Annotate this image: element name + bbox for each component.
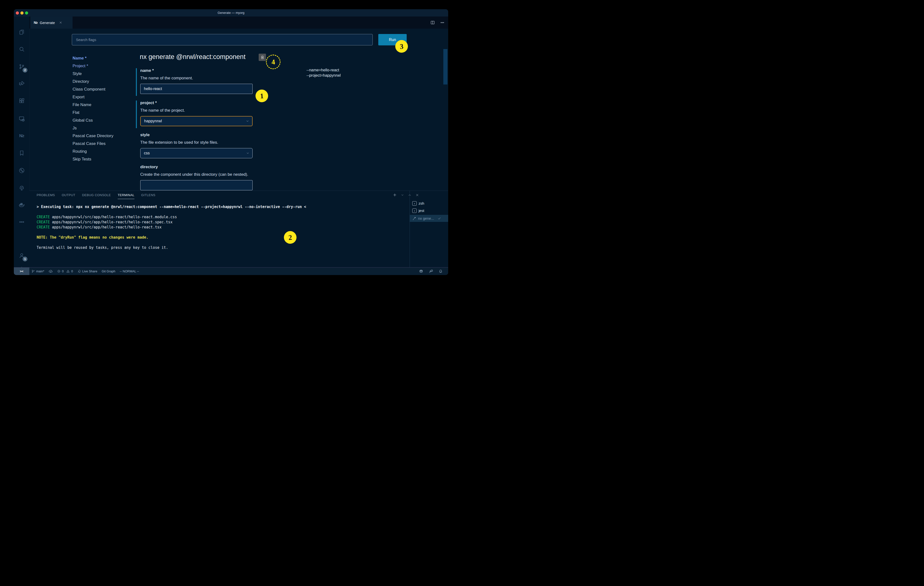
- field-label: directory: [140, 165, 257, 169]
- more-views-icon[interactable]: [14, 215, 30, 228]
- nx-tab-icon: N≥: [34, 21, 38, 25]
- nav-item-style[interactable]: Style: [73, 70, 133, 78]
- sync-cloud-icon[interactable]: [48, 269, 53, 273]
- field-group-name: name * The name of the component. hello-…: [136, 68, 257, 94]
- feedback-status-icon[interactable]: [429, 269, 433, 273]
- status-bar: >< main* 0 0 Live Share: [14, 267, 448, 275]
- window-title: Generate — myorg: [14, 11, 448, 15]
- terminal-note-line: NOTE: The "dryRun" flag means no changes…: [36, 235, 148, 240]
- cli-flags-preview: --name=hello-react --project=happynrwl: [307, 68, 341, 78]
- terminal-list-item-nx-generate[interactable]: nx gene...: [410, 215, 448, 222]
- nav-item-pascal-case-directory[interactable]: Pascal Case Directory: [73, 132, 133, 140]
- nav-item-export[interactable]: Export: [73, 93, 133, 101]
- nav-item-file-name[interactable]: File Name: [73, 101, 133, 109]
- docker-icon[interactable]: [14, 198, 30, 212]
- task-success-check-icon: [437, 217, 441, 220]
- git-branch-status[interactable]: main*: [31, 270, 44, 273]
- nav-item-skip-tests[interactable]: Skip Tests: [73, 156, 133, 163]
- bottom-panel: PROBLEMS OUTPUT DEBUG CONSOLE TERMINAL G…: [30, 190, 448, 268]
- extensions-icon[interactable]: [14, 94, 30, 108]
- account-badge: 1: [23, 257, 27, 262]
- panel-toolbar: [393, 193, 419, 197]
- nav-item-routing[interactable]: Routing: [73, 147, 133, 156]
- chevron-down-icon: [246, 151, 249, 155]
- field-modified-bar: [136, 68, 137, 96]
- style-select[interactable]: css: [140, 148, 252, 158]
- vscode-window: Generate — myorg 2 N≥: [14, 9, 448, 275]
- remote-explorer-icon[interactable]: [14, 112, 30, 125]
- nav-item-global-css[interactable]: Global Css: [73, 116, 133, 124]
- nav-item-flat[interactable]: Flat: [73, 109, 133, 116]
- run-debug-icon[interactable]: [14, 76, 30, 89]
- tab-gitlens[interactable]: GITLENS: [141, 193, 155, 199]
- field-group-directory: directory Create the component under thi…: [136, 165, 257, 190]
- field-label: name *: [140, 68, 257, 73]
- nav-item-js[interactable]: Js: [73, 124, 133, 132]
- nx-console-icon[interactable]: N≥: [14, 129, 30, 142]
- project-select[interactable]: happynrwl: [140, 116, 252, 126]
- nav-item-class-component[interactable]: Class Component: [73, 86, 133, 93]
- tab-label: Generate: [40, 21, 55, 25]
- terminal-list-item-zsh[interactable]: › zsh: [410, 200, 448, 207]
- field-description: The name of the project.: [140, 108, 257, 113]
- search-flags-input[interactable]: [72, 34, 373, 45]
- terminal-dropdown-icon[interactable]: [401, 194, 404, 197]
- field-group-project: project * The name of the project. happy…: [136, 101, 257, 126]
- new-terminal-icon[interactable]: [393, 193, 397, 197]
- tab-problems[interactable]: PROBLEMS: [36, 193, 55, 199]
- screen: Generate — myorg 2 N≥: [0, 0, 462, 293]
- tab-generate[interactable]: N≥ Generate: [30, 17, 73, 29]
- account-icon[interactable]: 1: [14, 249, 30, 262]
- terminal-icon: ›: [412, 209, 417, 213]
- editor-tab-strip: N≥ Generate: [30, 17, 448, 29]
- problems-status[interactable]: 0 0: [57, 270, 73, 273]
- search-icon[interactable]: [14, 43, 30, 56]
- copy-command-button[interactable]: [259, 54, 266, 61]
- tab-output[interactable]: OUTPUT: [62, 193, 75, 199]
- explorer-icon[interactable]: [14, 25, 30, 39]
- name-input[interactable]: hello-react: [140, 84, 252, 94]
- notifications-bell-icon[interactable]: [439, 269, 443, 273]
- terminal-reuse-line: Terminal will be reused by tasks, press …: [36, 245, 168, 250]
- editor-more-actions-icon[interactable]: [440, 20, 445, 25]
- vim-mode-status: -- NORMAL --: [120, 270, 139, 273]
- editor-scrollbar-thumb[interactable]: [443, 49, 447, 84]
- field-group-style: style The file extension to be used for …: [136, 132, 257, 158]
- field-label: style: [140, 132, 257, 137]
- panel-tab-bar: PROBLEMS OUTPUT DEBUG CONSOLE TERMINAL G…: [36, 193, 155, 199]
- generator-heading: nx generate @nrwl/react:component: [140, 53, 246, 61]
- live-share-status[interactable]: Live Share: [78, 270, 97, 273]
- terminal-exec-line: > Executing task: npx nx generate @nrwl/…: [36, 204, 306, 210]
- remote-indicator[interactable]: ><: [14, 268, 30, 275]
- field-description: The name of the component.: [140, 76, 257, 81]
- field-label: project *: [140, 101, 257, 105]
- terminal-create-line: CREATE apps/happynrwl/src/app/hello-reac…: [36, 220, 173, 225]
- activity-bar: 2 N≥: [14, 17, 30, 268]
- terminal-create-line: CREATE apps/happynrwl/src/app/hello-reac…: [36, 225, 162, 230]
- nav-item-pascal-case-files[interactable]: Pascal Case Files: [73, 140, 133, 147]
- test-explorer-icon[interactable]: [14, 181, 30, 194]
- source-control-icon[interactable]: 2: [14, 60, 30, 73]
- nav-item-project[interactable]: Project *: [73, 62, 133, 70]
- tab-close-icon[interactable]: [59, 21, 63, 24]
- nav-item-directory[interactable]: Directory: [73, 78, 133, 86]
- copilot-status-icon[interactable]: [419, 269, 423, 273]
- bookmarks-icon[interactable]: [14, 146, 30, 159]
- nav-item-name[interactable]: Name *: [73, 55, 133, 62]
- split-editor-icon[interactable]: [430, 20, 435, 25]
- annotation-badge-4: 4: [266, 54, 281, 70]
- tab-terminal[interactable]: TERMINAL: [118, 193, 134, 199]
- terminal-list-item-jest[interactable]: › jest: [410, 207, 448, 214]
- tab-debug-console[interactable]: DEBUG CONSOLE: [82, 193, 111, 199]
- option-nav-list: Name * Project * Style Directory Class C…: [73, 55, 133, 163]
- chevron-down-icon: [246, 119, 249, 123]
- terminal-create-line: CREATE apps/happynrwl/src/app/hello-reac…: [36, 215, 177, 220]
- field-description: The file extension to be used for style …: [140, 140, 257, 145]
- directory-input[interactable]: [140, 180, 252, 190]
- git-graph-view-icon[interactable]: [14, 164, 30, 177]
- terminal-icon: ›: [412, 201, 417, 205]
- close-panel-icon[interactable]: [416, 193, 419, 197]
- git-graph-status[interactable]: Git Graph: [102, 270, 115, 273]
- task-tools-icon: [412, 217, 416, 220]
- field-description: Create the component under this director…: [140, 172, 257, 177]
